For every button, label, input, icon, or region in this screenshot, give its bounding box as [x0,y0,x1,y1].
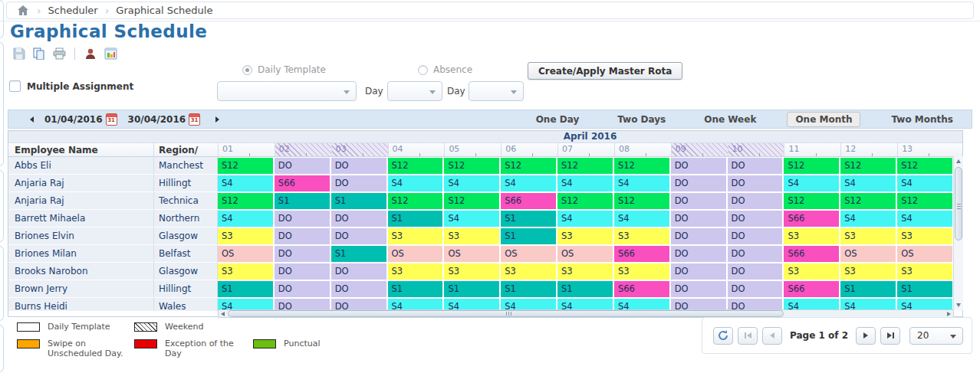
shift-cell-03[interactable]: DO [331,175,388,192]
shift-cell-02[interactable]: DO [275,245,331,263]
shift-cell-01[interactable]: S12 [218,192,275,210]
shift-cell-06[interactable]: S1 [501,227,557,245]
shift-cell-02[interactable]: S66 [275,175,331,192]
shift-cell-02[interactable]: DO [275,210,331,227]
shift-cell-05[interactable]: S4 [444,175,501,192]
shift-cell-08[interactable]: S3 [614,263,671,280]
region-column-header[interactable]: Region/ [154,143,218,156]
view-two-months-button[interactable]: Two Months [883,113,961,126]
last-page-button[interactable] [880,327,900,345]
shift-cell-08[interactable]: S12 [614,192,671,210]
next-page-button[interactable] [856,327,876,345]
shift-cell-03[interactable]: DO [331,210,388,227]
shift-cell-03[interactable]: DO [331,157,388,175]
shift-cell-06[interactable]: S12 [501,157,557,175]
shift-cell-06[interactable]: S1 [501,280,557,298]
shift-cell-12[interactable]: S12 [840,157,897,175]
employee-name-cell[interactable]: Brown Jerry [8,280,154,298]
shift-cell-05[interactable]: S3 [444,227,501,245]
day-dropdown-2[interactable] [469,81,524,101]
shift-cell-10[interactable]: DO [728,227,784,245]
template-dropdown[interactable] [217,81,357,101]
start-date[interactable]: 01/04/2016 [44,114,103,125]
shift-cell-02[interactable]: S1 [275,192,331,210]
view-two-days-button[interactable]: Two Days [610,113,673,126]
shift-cell-10[interactable]: DO [728,210,784,227]
shift-cell-10[interactable]: DO [728,157,784,175]
shift-cell-01[interactable]: OS [218,245,275,263]
shift-cell-07[interactable]: S3 [557,227,614,245]
create-apply-master-rota-button[interactable]: Create/Apply Master Rota [528,62,682,80]
shift-cell-05[interactable]: S12 [444,192,501,210]
shift-cell-05[interactable]: S1 [444,280,501,298]
multiple-assignment-checkbox[interactable] [9,80,21,92]
end-date[interactable]: 30/04/2016 [128,114,186,125]
shift-cell-05[interactable]: S4 [444,210,501,227]
shift-cell-07[interactable]: S12 [557,192,614,210]
shift-cell-06[interactable]: S1 [501,210,557,227]
employee-name-cell[interactable]: Anjaria Raj [8,175,154,192]
shift-cell-09[interactable]: DO [671,175,728,192]
shift-cell-05[interactable]: OS [444,245,501,263]
shift-cell-04[interactable]: OS [388,245,445,263]
shift-cell-01[interactable]: S4 [218,210,275,227]
shift-cell-04[interactable]: S12 [388,157,445,175]
view-one-day-button[interactable]: One Day [528,113,587,126]
employee-name-cell[interactable]: Briones Elvin [8,227,154,245]
shift-cell-01[interactable]: S4 [218,175,275,192]
shift-cell-06[interactable]: S66 [501,192,557,210]
shift-cell-07[interactable]: S1 [557,280,614,298]
shift-cell-07[interactable]: S4 [557,175,614,192]
save-icon[interactable] [12,47,26,61]
shift-cell-05[interactable]: S12 [444,157,501,175]
shift-cell-08[interactable]: S4 [614,210,671,227]
shift-cell-08[interactable]: S66 [614,280,671,298]
shift-cell-07[interactable]: S12 [557,157,614,175]
employee-name-cell[interactable]: Briones Milan [8,245,154,263]
shift-cell-01[interactable]: S1 [218,280,275,298]
shift-cell-10[interactable]: DO [728,263,784,280]
next-period-icon[interactable] [215,116,219,123]
shift-cell-13[interactable]: S3 [897,227,954,245]
report-icon[interactable] [104,47,117,61]
shift-cell-02[interactable]: DO [275,157,331,175]
end-calendar-icon[interactable]: 31 [189,113,200,126]
shift-cell-12[interactable]: OS [840,245,897,263]
vertical-scrollbar[interactable] [953,156,963,310]
first-page-button[interactable] [738,327,758,345]
shift-cell-12[interactable]: S3 [840,227,897,245]
view-one-month-button[interactable]: One Month [787,112,860,127]
shift-cell-13[interactable]: S3 [897,263,954,280]
shift-cell-04[interactable]: S1 [388,280,445,298]
shift-cell-04[interactable]: S3 [388,263,445,280]
shift-cell-02[interactable]: DO [275,263,331,280]
shift-cell-08[interactable]: S66 [614,245,671,263]
radio-icon[interactable] [242,65,252,75]
shift-cell-13[interactable]: S12 [897,157,954,175]
shift-cell-09[interactable]: DO [671,227,728,245]
shift-cell-02[interactable]: DO [275,227,331,245]
radio-icon[interactable] [418,65,428,75]
shift-cell-07[interactable]: S4 [557,210,614,227]
shift-cell-10[interactable]: DO [728,245,784,263]
shift-cell-03[interactable]: DO [331,227,388,245]
shift-cell-13[interactable]: S12 [897,192,954,210]
shift-cell-11[interactable]: S66 [784,245,840,263]
home-icon[interactable] [16,4,30,18]
day-dropdown-1[interactable] [387,81,442,101]
refresh-button[interactable] [713,327,733,345]
shift-cell-10[interactable]: DO [728,280,784,298]
shift-cell-11[interactable]: S3 [784,227,840,245]
shift-cell-11[interactable]: S3 [784,263,840,280]
scroll-right-icon[interactable] [947,312,951,316]
shift-cell-12[interactable]: S4 [840,175,897,192]
employee-name-cell[interactable]: Abbs Eli [8,157,154,175]
shift-cell-13[interactable]: OS [897,245,954,263]
shift-cell-10[interactable]: DO [728,192,784,210]
shift-cell-07[interactable]: OS [557,245,614,263]
shift-cell-02[interactable]: DO [275,280,331,298]
shift-cell-10[interactable]: DO [728,175,784,192]
shift-cell-09[interactable]: DO [671,157,728,175]
radio-absence[interactable]: Absence [418,64,472,75]
shift-cell-04[interactable]: S12 [388,192,445,210]
